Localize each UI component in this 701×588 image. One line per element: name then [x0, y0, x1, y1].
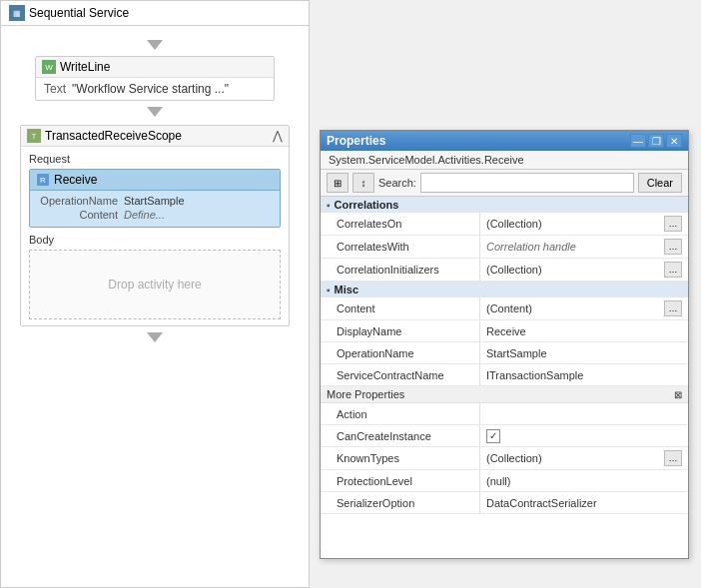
drop-area[interactable]: Drop activity here	[29, 250, 281, 319]
prop-value: Correlation handle …	[480, 236, 688, 258]
sequential-service-icon: ▦	[9, 5, 25, 21]
prop-ellipsis-button[interactable]: …	[664, 216, 682, 232]
writeline-text-value: "Workflow Service starting ..."	[72, 82, 229, 96]
body-label: Body	[29, 234, 281, 246]
prop-key: SerializerOption	[321, 492, 480, 513]
workflow-canvas: ▦ Sequential Service W WriteLine Text "W…	[0, 0, 310, 588]
correlations-collapse[interactable]: ▪	[327, 200, 331, 211]
table-row: CorrelatesWith Correlation handle …	[321, 236, 688, 259]
prop-key: CanCreateInstance	[321, 425, 480, 446]
receive-header: R Receive	[30, 170, 280, 191]
restore-button[interactable]: ❐	[648, 134, 664, 148]
prop-ellipsis-button[interactable]: …	[664, 262, 682, 278]
table-row: CorrelatesOn (Collection) …	[321, 213, 688, 236]
trs-body: Request R Receive OperationName StartSam…	[21, 147, 289, 325]
search-input[interactable]	[420, 173, 634, 193]
prop-key: CorrelationInitializers	[321, 259, 480, 281]
properties-title: Properties	[327, 134, 385, 148]
prop-key: CorrelatesOn	[321, 213, 480, 235]
sequential-service-title: Sequential Service	[29, 6, 129, 20]
search-label: Search:	[378, 177, 416, 189]
receive-block[interactable]: R Receive OperationName StartSample Cont…	[29, 169, 281, 228]
request-label: Request	[29, 153, 281, 165]
prop-value[interactable]: ✓	[480, 425, 688, 446]
sort-alpha-button[interactable]: ⊞	[327, 173, 349, 193]
table-row: SerializerOption DataContractSerializer	[321, 492, 688, 514]
trs-collapse-btn[interactable]: ⋀	[273, 129, 283, 143]
more-props-collapse-btn[interactable]: ⊠	[674, 389, 682, 400]
writeline-block[interactable]: W WriteLine Text "Workflow Service start…	[35, 56, 275, 101]
prop-value: (Collection) …	[480, 213, 688, 235]
receive-label: Receive	[54, 173, 97, 187]
table-row: DisplayName Receive	[321, 320, 688, 342]
sort-category-button[interactable]: ↕	[352, 173, 374, 193]
receive-op-value: StartSample	[124, 195, 185, 207]
misc-header: ▪ Misc	[321, 282, 688, 297]
prop-value-text: (null)	[486, 475, 510, 487]
table-row: Action	[321, 403, 688, 425]
titlebar-buttons: — ❐ ✕	[630, 134, 682, 148]
properties-toolbar: ⊞ ↕ Search: Clear	[321, 170, 688, 197]
properties-panel: Properties — ❐ ✕ System.ServiceModel.Act…	[320, 130, 689, 559]
prop-value-text: ITransactionSample	[486, 369, 583, 381]
trs-header: T TransactedReceiveScope ⋀	[21, 126, 289, 147]
prop-value-text: (Content)	[486, 302, 532, 314]
properties-table: ▪ Correlations CorrelatesOn (Collection)…	[321, 197, 688, 558]
receive-content-value: Define...	[124, 209, 165, 221]
prop-key: OperationName	[321, 342, 480, 363]
prop-ellipsis-button[interactable]: …	[664, 450, 682, 466]
prop-value-text: Receive	[486, 325, 526, 337]
more-properties-header: More Properties ⊠	[321, 386, 688, 403]
receive-op-label: OperationName	[38, 195, 118, 207]
table-row: CanCreateInstance ✓	[321, 425, 688, 447]
drop-label: Drop activity here	[108, 278, 201, 292]
writeline-text-label: Text	[44, 82, 66, 96]
prop-key: ProtectionLevel	[321, 470, 480, 491]
trs-block[interactable]: T TransactedReceiveScope ⋀ Request R Rec…	[20, 125, 290, 326]
correlations-label: Correlations	[335, 199, 399, 211]
writeline-icon: W	[42, 60, 56, 74]
prop-value: StartSample	[480, 342, 688, 363]
table-row: ProtectionLevel (null)	[321, 470, 688, 492]
receive-operation-row: OperationName StartSample	[38, 195, 272, 207]
table-row: Content (Content) …	[321, 297, 688, 320]
misc-collapse[interactable]: ▪	[327, 285, 331, 295]
trs-header-left: T TransactedReceiveScope	[27, 129, 182, 143]
writeline-body: Text "Workflow Service starting ..."	[36, 78, 274, 100]
prop-key: DisplayName	[321, 320, 480, 341]
prop-value: (Content) …	[480, 297, 688, 319]
prop-value	[480, 403, 688, 424]
prop-ellipsis-button[interactable]: …	[664, 239, 682, 255]
sequential-service-header: ▦ Sequential Service	[1, 1, 309, 26]
table-row: OperationName StartSample	[321, 342, 688, 364]
close-button[interactable]: ✕	[666, 134, 682, 148]
receive-body: OperationName StartSample Content Define…	[30, 191, 280, 227]
clear-button[interactable]: Clear	[638, 173, 682, 193]
arrow-down-2	[147, 107, 163, 117]
receive-content-row: Content Define...	[38, 209, 272, 221]
prop-value: Receive	[480, 320, 688, 341]
prop-ellipsis-button[interactable]: …	[664, 300, 682, 316]
prop-value-text: DataContractSerializer	[486, 497, 597, 509]
properties-titlebar: Properties — ❐ ✕	[321, 131, 688, 151]
can-create-checkbox[interactable]: ✓	[486, 429, 500, 443]
table-row: CorrelationInitializers (Collection) …	[321, 259, 688, 282]
svg-text:R: R	[40, 176, 46, 185]
arrow-down-1	[147, 40, 163, 50]
prop-value-text: StartSample	[486, 347, 547, 359]
canvas-body: W WriteLine Text "Workflow Service start…	[1, 26, 309, 356]
receive-content-label: Content	[38, 209, 118, 221]
prop-key: CorrelatesWith	[321, 236, 480, 258]
prop-value: (Collection) …	[480, 447, 688, 469]
body-section: Body Drop activity here	[29, 234, 281, 319]
writeline-label: WriteLine	[60, 60, 110, 74]
table-row: ServiceContractName ITransactionSample	[321, 364, 688, 386]
prop-key: ServiceContractName	[321, 364, 480, 385]
minimize-button[interactable]: —	[630, 134, 646, 148]
table-row: KnownTypes (Collection) …	[321, 447, 688, 470]
prop-value-text: (Collection)	[486, 452, 542, 464]
prop-key: KnownTypes	[321, 447, 480, 469]
more-properties-label: More Properties	[327, 388, 404, 400]
trs-label: TransactedReceiveScope	[45, 129, 182, 143]
prop-value-text: Correlation handle	[486, 241, 576, 253]
